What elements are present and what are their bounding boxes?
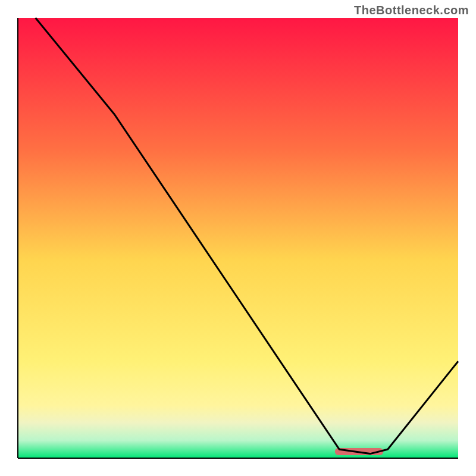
bottleneck-chart	[0, 0, 476, 476]
chart-container: TheBottleneck.com	[0, 0, 476, 476]
watermark-text: TheBottleneck.com	[354, 4, 469, 17]
plot-background	[18, 18, 458, 458]
